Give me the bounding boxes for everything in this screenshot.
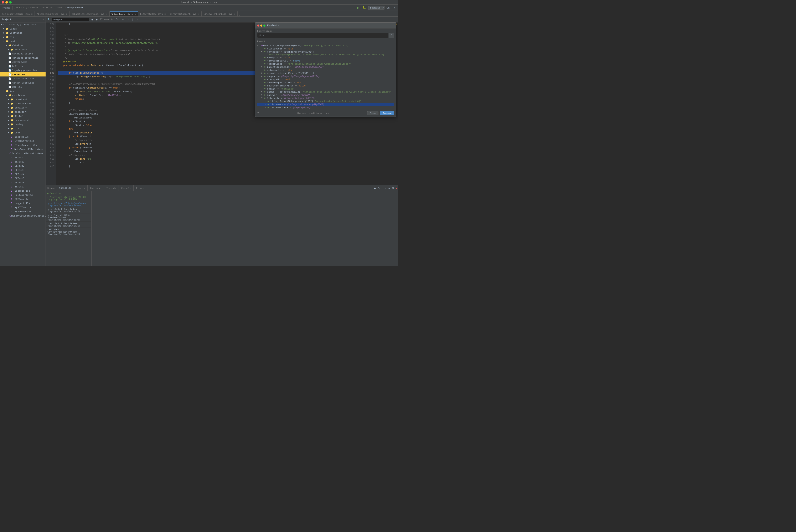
- settings-button[interactable]: ⚙: [392, 6, 397, 10]
- sidebar-item-ClassReaderUtils[interactable]: C ClassReaderUtils: [0, 143, 46, 147]
- stack-item-start148[interactable]: start:148, LifecycleBase (org.apache.cat…: [46, 207, 91, 213]
- tab-threads[interactable]: Threads: [104, 185, 119, 191]
- window-controls[interactable]: [2, 1, 12, 3]
- search-input[interactable]: [52, 18, 89, 21]
- sidebar-item-broadcast[interactable]: ▶ 📁 broadcast: [0, 97, 46, 101]
- evaluate-close-button[interactable]: Close: [367, 111, 378, 115]
- sidebar-item-compilerx[interactable]: ▶ 📁 compilerx: [0, 106, 46, 110]
- sidebar-item-java[interactable]: ▼ 📁 java: [0, 89, 46, 93]
- sidebar-item-root[interactable]: ▼ 🗂 tomcat ~/gitlab/tomcat: [0, 22, 46, 26]
- git-button[interactable]: Git:: [385, 6, 391, 10]
- tab-close-webapploader[interactable]: ×: [134, 13, 136, 15]
- sidebar-settings-icon[interactable]: ⚙: [42, 18, 44, 21]
- result-classpath[interactable]: ● classpath = null: [257, 78, 394, 81]
- result-lifecycle-lifecycle[interactable]: ▶ ● lifecycle = {WebappLoader@1932} "Web…: [257, 100, 394, 103]
- search-prev-button[interactable]: ◀: [90, 18, 94, 21]
- resume-button[interactable]: ▶: [373, 186, 377, 190]
- sidebar-item-web-xml[interactable]: 📄 web.xml: [0, 85, 46, 89]
- sidebar-item-context-xml[interactable]: 📄 context.xml: [0, 60, 46, 64]
- tab-close-setpropertiesrule[interactable]: ×: [31, 13, 33, 15]
- tab-webappclassloaderbase[interactable]: WebappClassLoaderBase.java ×: [70, 12, 110, 16]
- result-mserver[interactable]: ▶ ● mserver = {JmxMBeanServer@2010}: [257, 94, 394, 97]
- breadcrumb-java[interactable]: java: [14, 6, 20, 9]
- sidebar-item-ELTest3[interactable]: C ELTest3: [0, 168, 46, 172]
- sidebar-item-naming[interactable]: ▶ 📁 naming: [0, 122, 46, 126]
- result-loaderClass[interactable]: ● loaderClass = "org.apache.catalina.loa…: [257, 62, 394, 65]
- tab-lifecyclembeanbase[interactable]: LifecycleMBeanBase.java ×: [202, 12, 238, 16]
- result-oname[interactable]: ▶ ● oname = {ObjectName@2331} "Catalina:…: [257, 90, 394, 94]
- stop-button[interactable]: ■: [395, 186, 398, 190]
- expression-expand-button[interactable]: ⋮: [389, 33, 394, 38]
- sidebar-item-LoggerUtils[interactable]: C LoggerUtils: [0, 201, 46, 205]
- result-classLoader[interactable]: ● classLoader = null: [257, 47, 394, 50]
- result-listeners[interactable]: ▶ ● listeners = {LifecycleListener[0]@23…: [257, 103, 394, 106]
- result-reloadable[interactable]: ● reloadable = false: [257, 69, 394, 72]
- sidebar-item-catalina[interactable]: ▼ 📁 Catalina: [0, 43, 46, 48]
- sidebar-item-tomcat-users-xml[interactable]: 📄 tomcat-users.xml: [0, 76, 46, 81]
- tab-memory[interactable]: Memory: [74, 185, 88, 191]
- result-lifecycle[interactable]: ▼ ● lifecycle = {LifecycleSupport@2315}: [257, 97, 394, 100]
- tab-console[interactable]: Console: [119, 185, 133, 191]
- evaluate-evaluate-button[interactable]: Evaluate: [380, 111, 394, 115]
- sidebar-item-nio[interactable]: ▶ 📁 nio: [0, 126, 46, 131]
- tab-close-webappclassloaderbase[interactable]: ×: [106, 13, 107, 15]
- breadcrumb-org[interactable]: org: [23, 6, 27, 9]
- tab-webapploader[interactable]: WebappLoader.java ×: [110, 12, 138, 16]
- sidebar-item-ELTest7[interactable]: C ELTest7: [0, 185, 46, 189]
- stack-item-startInternal[interactable]: startInternal:590, WebappLoader (org.apa…: [46, 202, 91, 207]
- sidebar-item-ELTest5[interactable]: C ELTest5: [0, 176, 46, 180]
- sidebar-item-tomcat-users-xsd[interactable]: 📄 tomcat-users.xsd: [0, 81, 46, 85]
- search-next-button[interactable]: ▶: [95, 18, 98, 21]
- sidebar-item-MyJDTCompiler[interactable]: C MyJDTCompiler: [0, 205, 46, 209]
- tab-frames[interactable]: Frames: [133, 185, 147, 191]
- breadcrumb-apache[interactable]: apache: [30, 6, 38, 9]
- code-content[interactable]: ▼41 ▼76 } /** * Start associated {@link …: [56, 22, 398, 185]
- sidebar-item-MyServletContainerInitializer[interactable]: C MyServletContainerInitializer: [0, 214, 46, 218]
- stack-item-call1765[interactable]: call:1765, ContainerBase$StartChild (org…: [46, 228, 91, 236]
- search-match-case-button[interactable]: Cc: [115, 18, 120, 21]
- step-into-button[interactable]: ↓: [381, 186, 384, 190]
- tab-close-abstractsaxparser[interactable]: ×: [66, 13, 67, 15]
- expression-input[interactable]: [257, 33, 388, 38]
- sidebar-item-com-luban[interactable]: ▼ 📁 com.luban: [0, 93, 46, 97]
- sidebar-item-digesterx[interactable]: ▶ 📁 digesterx: [0, 110, 46, 114]
- tab-close-lifecyclembeanbase[interactable]: ×: [234, 13, 235, 15]
- tab-variables[interactable]: Variables: [57, 185, 74, 191]
- sidebar-item-EscapedTest[interactable]: C EscapedTest: [0, 189, 46, 193]
- tab-lifecyclesupport[interactable]: LifecycleSupport.java ×: [168, 12, 201, 16]
- stack-item-start148b[interactable]: start:148, LifecycleBase (org.apache.cat…: [46, 222, 91, 228]
- tab-close-lifecyclebase[interactable]: ×: [164, 13, 166, 15]
- sidebar-item-HelloWorldTag[interactable]: C HelloWorldTag: [0, 193, 46, 197]
- search-close-button[interactable]: ✕: [136, 18, 140, 21]
- sidebar-item-MyNameContext[interactable]: C MyNameContext: [0, 209, 46, 214]
- sidebar-item-BasicValue[interactable]: C BasicValue: [0, 135, 46, 139]
- sidebar-item-hello-txt[interactable]: 📄 hello.txt: [0, 64, 46, 68]
- result-root[interactable]: ▼ ○○ result = {WebappLoader@1932} "Webap…: [257, 44, 394, 47]
- close-window-button[interactable]: [2, 1, 4, 3]
- eval-close-dot[interactable]: [257, 24, 259, 26]
- search-options-button[interactable]: ⋮: [131, 18, 135, 21]
- help-icon[interactable]: ?: [257, 112, 259, 115]
- result-loaderRepositories[interactable]: ● loaderRepositories = null: [257, 81, 394, 84]
- run-to-cursor-button[interactable]: ⇥: [387, 186, 391, 190]
- configuration-selector[interactable]: Bootstrap: [368, 6, 384, 10]
- sidebar-item-server-xml[interactable]: 📄 server.xml: [0, 72, 46, 76]
- sidebar-item-group-send[interactable]: ▶ 📁 group.send: [0, 118, 46, 122]
- tab-lifecyclebase[interactable]: LifecycleBase.java ×: [138, 12, 168, 16]
- sidebar-item-ByteBufferTest[interactable]: C ByteBufferTest: [0, 139, 46, 143]
- maximize-window-button[interactable]: [9, 1, 12, 3]
- result-domain[interactable]: ● domain = "Catalina": [257, 87, 394, 90]
- sidebar-item-logging-properties[interactable]: 📄 logging.properties: [0, 68, 46, 72]
- more-tabs-button[interactable]: »: [238, 14, 241, 16]
- debug-button[interactable]: 🐛: [361, 6, 367, 10]
- sidebar-item-conf[interactable]: ▼ 📁 conf: [0, 39, 46, 43]
- sidebar-item-bin[interactable]: ▶ 📁 bin: [0, 35, 46, 39]
- sidebar-item-ELTest[interactable]: C ELTest: [0, 155, 46, 159]
- tab-close-lifecyclesupport[interactable]: ×: [198, 13, 199, 15]
- sidebar-item-classloadtest[interactable]: ▶ 📁 classloadtest: [0, 101, 46, 106]
- project-menu-button[interactable]: Project: [1, 6, 11, 10]
- eval-min-dot[interactable]: [260, 24, 263, 26]
- sidebar-item-catalina-properties[interactable]: 📄 catalina.properties: [0, 56, 46, 60]
- result-delegate[interactable]: ● delegate = false: [257, 56, 394, 59]
- search-regex-button[interactable]: .*: [126, 18, 129, 21]
